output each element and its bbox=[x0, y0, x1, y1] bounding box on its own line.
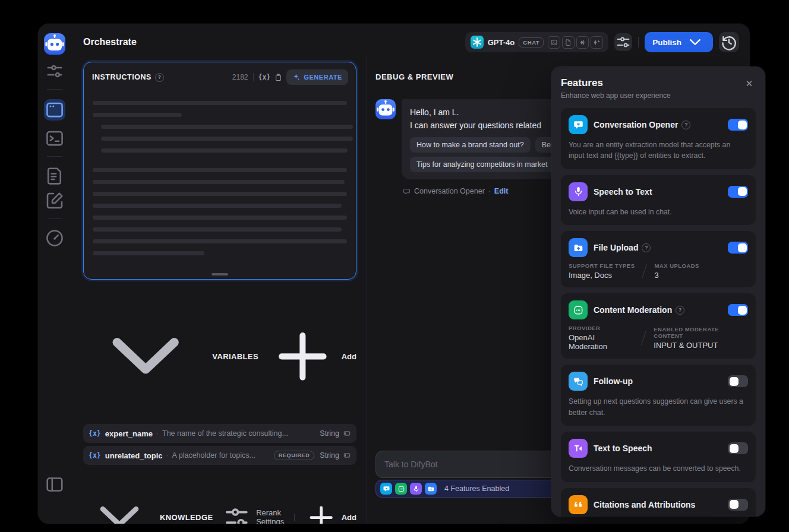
variable-row[interactable]: {x}expert_name·The name of the strategic… bbox=[83, 424, 356, 443]
meta-value: INPUT & OUTPUT bbox=[654, 341, 748, 350]
variable-type: String bbox=[320, 429, 339, 438]
rail-logs-icon[interactable] bbox=[44, 165, 65, 186]
chevron-down-icon[interactable] bbox=[83, 481, 156, 524]
variable-row[interactable]: {x}unrelated_topic·A placeholder for top… bbox=[83, 446, 356, 465]
feature-card-conversation-opener: Conversation Opener?You are an entity ex… bbox=[561, 108, 756, 169]
feature-description: You are an entity extraction model that … bbox=[569, 140, 748, 162]
feature-toggle[interactable] bbox=[728, 186, 748, 198]
help-icon[interactable]: ? bbox=[155, 73, 164, 82]
rail-terminal-icon[interactable] bbox=[44, 128, 65, 149]
resize-handle[interactable] bbox=[212, 273, 228, 276]
screen: { "app": { "title": "Orchestrate" }, "he… bbox=[0, 0, 789, 532]
feature-description: Conversation messages can be converted t… bbox=[569, 463, 748, 474]
feature-card-follow-up: Follow-upSetting up next questions sugge… bbox=[561, 365, 756, 426]
rerank-label: Rerank Settings bbox=[256, 508, 284, 524]
publish-button[interactable]: Publish bbox=[645, 32, 713, 52]
follow-up-icon bbox=[569, 372, 588, 391]
model-parameters-icon[interactable] bbox=[614, 33, 632, 51]
skeleton-line bbox=[93, 216, 347, 220]
close-icon[interactable]: ✕ bbox=[743, 77, 756, 90]
variable-type: String bbox=[320, 451, 339, 460]
rail-annotation-icon[interactable] bbox=[44, 190, 65, 211]
mic-icon bbox=[410, 483, 422, 495]
input-field-icon[interactable] bbox=[343, 451, 351, 460]
sliders-icon bbox=[221, 502, 253, 524]
variable-icon: {x} bbox=[89, 429, 101, 438]
meta-label: MAX UPLOADS bbox=[654, 262, 699, 269]
separator: · bbox=[156, 429, 159, 438]
feature-card-content-moderation: Content Moderation?PROVIDEROpenAI Modera… bbox=[561, 293, 756, 359]
model-mode-badge: CHAT bbox=[519, 37, 544, 48]
input-field-icon[interactable] bbox=[343, 429, 351, 438]
suggested-question-chip[interactable]: How to make a brand stand out? bbox=[410, 137, 531, 153]
enabled-feature-icons bbox=[380, 483, 437, 495]
bubble-heart-icon bbox=[380, 483, 392, 495]
separator: · bbox=[166, 451, 169, 460]
features-panel: Features ✕ Enhance web app user experien… bbox=[551, 66, 765, 517]
history-icon bbox=[719, 32, 739, 52]
feature-toggle[interactable] bbox=[728, 242, 748, 254]
add-knowledge-button[interactable]: Add bbox=[304, 501, 356, 524]
knowledge-label: KNOWLEDGE bbox=[160, 513, 213, 522]
help-icon[interactable]: ? bbox=[681, 121, 690, 129]
features-enabled-text: 4 Features Enabled bbox=[444, 484, 509, 493]
skeleton-line bbox=[93, 168, 347, 172]
rerank-settings-button[interactable]: Rerank Settings bbox=[221, 502, 284, 524]
moderation-icon bbox=[395, 483, 407, 495]
publish-label: Publish bbox=[652, 38, 681, 47]
rail-sliders-icon[interactable] bbox=[44, 61, 65, 82]
help-icon[interactable]: ? bbox=[642, 243, 651, 252]
feature-toggle[interactable] bbox=[728, 375, 748, 387]
help-icon[interactable]: ? bbox=[676, 306, 684, 315]
model-selector[interactable]: GPT-4o CHAT bbox=[465, 32, 608, 52]
feature-toggle[interactable] bbox=[728, 499, 748, 511]
plus-icon bbox=[267, 321, 339, 392]
document-capability-icon bbox=[562, 36, 575, 49]
feature-card-file-upload: File Upload?SUPPORT FILE TYPESImage, Doc… bbox=[561, 231, 756, 287]
app-logo-robot-icon[interactable] bbox=[44, 33, 65, 55]
tts-icon bbox=[569, 439, 588, 458]
add-variable-button[interactable]: Add bbox=[267, 321, 356, 392]
folder-upload-icon bbox=[569, 238, 588, 257]
citations-icon bbox=[569, 495, 588, 514]
skeleton-line bbox=[93, 251, 204, 255]
variable-description: The name of the strategic consulting... bbox=[162, 429, 314, 438]
chevron-down-icon[interactable] bbox=[83, 294, 208, 419]
add-label: Add bbox=[342, 513, 356, 522]
sparkle-icon bbox=[292, 73, 301, 81]
generate-button[interactable]: GENERATE bbox=[286, 69, 348, 85]
skeleton-line bbox=[93, 227, 342, 232]
skeleton-line bbox=[93, 113, 182, 117]
separator: · bbox=[488, 187, 491, 195]
rail-divider bbox=[47, 218, 62, 219]
skeleton-line bbox=[93, 204, 342, 208]
rail-orchestrate-icon[interactable] bbox=[44, 99, 65, 121]
chat-bubble-icon bbox=[403, 188, 411, 195]
toolbar-divider bbox=[253, 73, 254, 81]
version-history-button[interactable] bbox=[719, 32, 739, 52]
insert-variable-button[interactable]: {x} bbox=[258, 73, 271, 81]
robot-icon bbox=[375, 99, 396, 119]
meta-divider bbox=[641, 331, 646, 346]
feature-toggle[interactable] bbox=[728, 119, 748, 131]
features-panel-title: Features bbox=[561, 77, 756, 89]
feature-toggle[interactable] bbox=[728, 442, 748, 454]
skeleton-line bbox=[101, 148, 348, 153]
feature-toggle[interactable] bbox=[728, 304, 748, 316]
edit-opener-link[interactable]: Edit bbox=[494, 187, 509, 195]
meta-label: PROVIDER bbox=[569, 325, 634, 331]
instructions-editor[interactable]: INSTRUCTIONS ? 2182 {x} GENERATE bbox=[83, 62, 356, 280]
copy-icon[interactable] bbox=[274, 73, 283, 82]
opener-label: Conversation Opener bbox=[414, 187, 485, 195]
audio-capability-icon bbox=[576, 36, 589, 49]
rail-monitoring-icon[interactable] bbox=[44, 227, 65, 249]
openai-icon bbox=[471, 36, 484, 49]
mic-icon bbox=[569, 182, 588, 201]
left-rail bbox=[38, 24, 71, 524]
collapse-sidebar-icon[interactable] bbox=[44, 474, 65, 495]
header-divider bbox=[638, 37, 639, 48]
variables-section-header: VARIABLES Add bbox=[83, 294, 356, 419]
rail-divider bbox=[47, 89, 62, 90]
meta-value: Image, Docs bbox=[569, 271, 635, 280]
feature-title: Content Moderation bbox=[594, 305, 672, 315]
